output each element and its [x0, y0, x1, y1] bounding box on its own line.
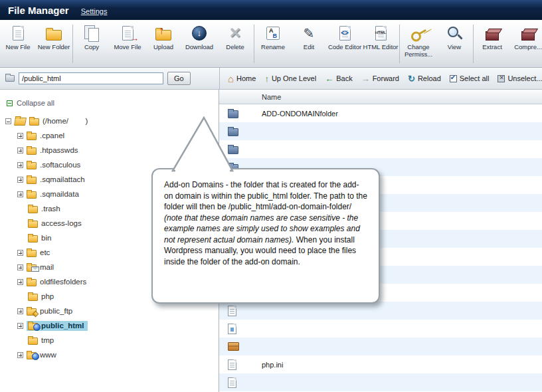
toolbar-label: New File	[6, 44, 31, 51]
edit-button[interactable]: ✎ Edit	[291, 23, 327, 51]
nav-back[interactable]: ← Back	[325, 74, 352, 83]
code-editor-icon: <>	[335, 23, 355, 43]
app-header: File Manager Settings	[0, 0, 542, 20]
expand-icon[interactable]	[17, 133, 23, 139]
html-editor-icon: HTML	[371, 23, 391, 43]
toolbar-label: Rename	[261, 44, 285, 51]
home-icon: ⌂	[228, 74, 234, 83]
expand-icon[interactable]	[17, 191, 23, 197]
nav-home[interactable]: ⌂ Home	[228, 74, 256, 83]
extract-button[interactable]: Extract	[474, 23, 510, 51]
file-row[interactable]	[219, 373, 542, 391]
download-button[interactable]: ↓ Download	[181, 23, 217, 51]
file-row[interactable]	[219, 338, 542, 355]
file-row[interactable]	[219, 122, 542, 140]
delete-button[interactable]: ✕ Delete	[217, 23, 253, 51]
archive-icon	[228, 342, 239, 351]
toolbar: New File New Folder Copy → Move File ↑ U…	[0, 20, 542, 68]
file-row[interactable]	[219, 302, 542, 320]
toolbar-label: Edit	[304, 44, 314, 51]
nav-unselect-all[interactable]: Unselect...	[497, 74, 542, 82]
toolbar-separator	[473, 25, 474, 63]
compress-icon	[518, 23, 538, 43]
nav-reload[interactable]: ↻ Reload	[408, 74, 441, 83]
toolbar-label: Code Editor	[328, 44, 361, 51]
expand-icon[interactable]	[17, 352, 23, 358]
folder-icon	[27, 191, 37, 199]
ftp-icon	[33, 310, 39, 317]
column-header-name[interactable]: Name	[219, 93, 281, 101]
copy-icon	[82, 23, 102, 43]
expand-icon[interactable]	[17, 162, 23, 168]
nav-label: Forward	[373, 74, 399, 82]
file-row[interactable]	[219, 320, 542, 338]
file-row[interactable]	[219, 140, 542, 158]
tree-item-label: bin	[41, 234, 51, 242]
rename-button[interactable]: Rename	[255, 23, 291, 51]
code-editor-button[interactable]: <> Code Editor	[327, 23, 363, 51]
nav-up-one-level[interactable]: ↑ Up One Level	[264, 74, 316, 83]
new-file-button[interactable]: New File	[0, 23, 36, 51]
file-row-addondomainfolder[interactable]: ADD-ONDOMAINfolder	[219, 104, 542, 122]
view-button[interactable]: View	[436, 23, 472, 51]
tree-item-label: .htpasswds	[40, 146, 78, 154]
callout-tail	[169, 116, 238, 172]
tree-item-public_ftp[interactable]: public_ftp	[0, 304, 219, 318]
folder-icon	[27, 147, 37, 155]
tree-item-tmp[interactable]: tmp	[0, 333, 219, 347]
folder-icon	[28, 206, 38, 213]
nav-label: Unselect...	[507, 74, 542, 82]
nav-forward[interactable]: → Forward	[361, 74, 399, 83]
compress-button[interactable]: Compre...	[510, 23, 542, 51]
edit-icon: ✎	[299, 23, 319, 43]
open-folder-icon	[14, 118, 27, 126]
file-icon	[228, 377, 236, 388]
upload-button[interactable]: ↑ Upload	[145, 23, 181, 51]
list-nav-bar: ⌂ Home ↑ Up One Level ← Back → Forward ↻…	[219, 68, 542, 89]
toolbar-label: HTML Editor	[363, 44, 399, 51]
callout-text: Add-on Domains - the folder that is crea…	[164, 179, 367, 267]
checkbox-checked-icon	[450, 75, 457, 82]
folder-icon	[29, 118, 39, 126]
path-input[interactable]	[19, 72, 163, 84]
go-button[interactable]: Go	[167, 72, 191, 85]
collapse-all[interactable]: Collapse all	[0, 96, 219, 114]
change-permissions-button[interactable]: Change Permiss...	[401, 23, 436, 58]
copy-button[interactable]: Copy	[74, 23, 110, 51]
file-list-header: Name	[219, 90, 542, 104]
toolbar-label: Move File	[114, 44, 141, 51]
collapse-icon[interactable]	[5, 118, 11, 124]
file-name: php.ini	[262, 361, 542, 369]
callout-text-1: Add-on Domains - the folder that is crea…	[164, 180, 367, 211]
expand-icon[interactable]	[17, 279, 23, 285]
selection-highlight: public_html	[27, 321, 88, 331]
settings-link[interactable]: Settings	[81, 7, 108, 15]
globe-icon	[33, 324, 41, 331]
folder-icon	[27, 308, 37, 316]
new-folder-icon	[44, 23, 64, 43]
expand-icon[interactable]	[17, 264, 23, 270]
nav-label: Reload	[418, 74, 441, 82]
folder-icon	[27, 133, 37, 140]
nav-select-all[interactable]: Select all	[450, 74, 490, 82]
new-folder-button[interactable]: New Folder	[36, 23, 72, 51]
toolbar-label: Download	[185, 44, 213, 51]
expand-icon[interactable]	[17, 147, 23, 153]
expand-icon[interactable]	[17, 250, 23, 256]
tree-item-label: php	[41, 292, 54, 300]
location-icon	[5, 75, 15, 82]
tree-item-public_html[interactable]: public_html	[0, 318, 219, 333]
tree-item-label: public_html	[41, 322, 84, 330]
expand-icon[interactable]	[17, 308, 23, 314]
html-editor-button[interactable]: HTML HTML Editor	[363, 23, 399, 51]
back-arrow-icon: ←	[325, 74, 333, 83]
file-row-php-ini[interactable]: php.ini	[219, 355, 542, 373]
tree-item-label: .sqmailattach	[40, 175, 85, 183]
tree-item-label: access-logs	[41, 219, 82, 227]
move-file-button[interactable]: → Move File	[110, 23, 145, 51]
toolbar-label: View	[448, 44, 461, 51]
action-bar: Go ⌂ Home ↑ Up One Level ← Back → Forwar…	[0, 68, 542, 90]
tree-item-www[interactable]: www	[0, 347, 219, 362]
expand-icon[interactable]	[17, 177, 23, 183]
expand-icon[interactable]	[17, 323, 23, 329]
